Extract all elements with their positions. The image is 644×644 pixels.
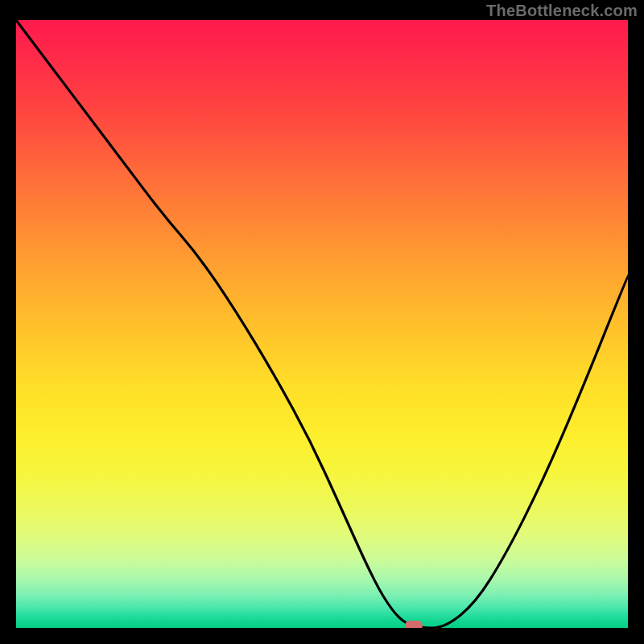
bottleneck-curve	[16, 20, 628, 628]
watermark-text: TheBottleneck.com	[486, 2, 638, 20]
chart-frame: TheBottleneck.com	[0, 0, 644, 644]
plot-area	[16, 20, 628, 628]
curve-path	[16, 20, 628, 628]
optimal-marker	[405, 621, 423, 628]
